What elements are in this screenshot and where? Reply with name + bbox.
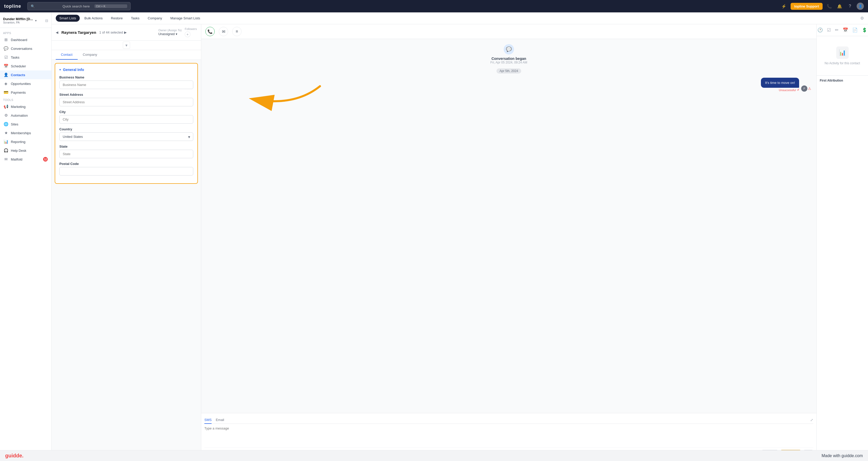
- conversation-date-badge: Apr 5th, 2024: [496, 68, 521, 73]
- compose-tab-email[interactable]: Email: [216, 416, 224, 424]
- phone-call-icon[interactable]: 📞: [206, 27, 215, 36]
- support-button[interactable]: topline Support: [790, 3, 823, 10]
- conversation-icons-bar: 📞 ✉ ≡: [201, 24, 816, 39]
- company-tab[interactable]: Company: [144, 15, 166, 22]
- panel-collapse-button[interactable]: ▾: [123, 41, 130, 49]
- add-follower-button[interactable]: +: [185, 31, 190, 37]
- state-group: State: [59, 145, 193, 158]
- opportunities-icon: ◈: [4, 81, 8, 86]
- user-avatar[interactable]: 👤: [857, 3, 864, 10]
- checklist-icon[interactable]: ☑: [827, 27, 831, 33]
- postal-code-input[interactable]: [59, 167, 193, 176]
- global-search[interactable]: 🔍 Quick search here Ctrl + K: [27, 2, 130, 10]
- sidebar-collapse-button[interactable]: ⊟: [45, 19, 48, 23]
- sidebar-item-tasks[interactable]: ☑ Tasks: [0, 53, 51, 62]
- compose-message-input[interactable]: [204, 426, 813, 444]
- retry-icon[interactable]: ↺: [797, 88, 799, 92]
- contact-next-button[interactable]: ▶: [124, 30, 127, 34]
- country-label: Country: [59, 127, 193, 131]
- memberships-icon: ★: [4, 131, 8, 135]
- filter-icon[interactable]: ≡: [232, 27, 242, 36]
- message-status: Unsuccessful ↺: [779, 88, 799, 92]
- file-icon[interactable]: 📄: [852, 27, 858, 33]
- sidebar-item-label: Marketing: [11, 105, 26, 109]
- sidebar-item-marketing[interactable]: 📢 Marketing: [0, 102, 51, 111]
- compose-expand-icon[interactable]: ⤢: [810, 418, 813, 422]
- tab-company[interactable]: Company: [78, 50, 102, 60]
- message-content: It's time to move on! Unsuccessful ↺: [761, 78, 799, 92]
- sites-icon: 🌐: [4, 122, 8, 126]
- city-label: City: [59, 110, 193, 114]
- history-icon[interactable]: 🕐: [817, 27, 823, 33]
- postal-code-label: Postal Code: [59, 162, 193, 166]
- sidebar-item-mailfold[interactable]: ✉ Mailfold 12: [0, 155, 51, 164]
- search-placeholder: Quick search here: [62, 4, 92, 8]
- conversations-icon: 💬: [4, 46, 8, 51]
- search-icon: 🔍: [31, 4, 60, 8]
- sidebar-item-dashboard[interactable]: ⊞ Dashboard: [0, 35, 51, 44]
- postal-code-group: Postal Code: [59, 162, 193, 176]
- sidebar-item-label: Help Desk: [11, 149, 26, 153]
- owner-value: Unassigned: [158, 32, 175, 36]
- workspace-selector[interactable]: Dunder Mifflin [D... Scranton, PA ▾ ⊟: [0, 16, 51, 28]
- edit-icon[interactable]: ✏: [835, 27, 839, 33]
- payments-icon: 💳: [4, 90, 8, 95]
- sidebar-item-conversations[interactable]: 💬 Conversations: [0, 44, 51, 53]
- business-name-input[interactable]: [59, 81, 193, 89]
- country-group: Country United States Canada United King…: [59, 127, 193, 141]
- settings-gear-icon[interactable]: ⚙: [860, 16, 864, 21]
- contact-name: Raynera Targaryen: [61, 30, 96, 35]
- marketing-icon: 📢: [4, 104, 8, 109]
- tools-section-label: Tools: [0, 97, 51, 102]
- phone-icon[interactable]: 📞: [826, 3, 833, 10]
- sidebar-item-payments[interactable]: 💳 Payments: [0, 88, 51, 97]
- owner-select-button[interactable]: Unassigned ▾: [158, 32, 177, 36]
- help-icon[interactable]: ?: [846, 3, 854, 10]
- mailfold-icon: ✉: [4, 157, 8, 161]
- sidebar-item-reporting[interactable]: 📊 Reporting: [0, 137, 51, 146]
- dollar-sign-icon[interactable]: 💲: [862, 27, 867, 33]
- manage-smart-lists-tab[interactable]: Manage Smart Lists: [167, 15, 204, 22]
- main-layout: Dunder Mifflin [D... Scranton, PA ▾ ⊟ Ap…: [0, 12, 868, 461]
- bulk-actions-tab[interactable]: Bulk Actions: [81, 15, 106, 22]
- email-icon[interactable]: ✉: [219, 27, 228, 36]
- tasks-tab[interactable]: Tasks: [127, 15, 143, 22]
- sidebar-item-scheduler[interactable]: 📅 Scheduler: [0, 62, 51, 70]
- lightning-icon[interactable]: ⚡: [780, 3, 787, 10]
- workspace-name: Dunder Mifflin [D...: [3, 17, 33, 21]
- sidebar-item-helpdesk[interactable]: 🎧 Help Desk: [0, 146, 51, 155]
- selected-count: 1 of 44 selected: [99, 30, 123, 34]
- sidebar-item-label: Payments: [11, 91, 26, 94]
- tab-contact[interactable]: Contact: [56, 50, 78, 60]
- calendar-icon[interactable]: 📅: [843, 27, 848, 33]
- street-address-group: Street Address: [59, 93, 193, 106]
- general-info-title: General Info: [63, 68, 84, 72]
- sidebar-item-label: Dashboard: [11, 38, 27, 42]
- first-attribution-section: First Attribution: [817, 75, 868, 87]
- smart-lists-tab[interactable]: Smart Lists: [56, 15, 80, 22]
- automation-icon: ⚙: [4, 113, 8, 118]
- right-panel-icons-bar: 🕐 ☑ ✏ 📅 📄 💲: [817, 24, 868, 36]
- sidebar-item-sites[interactable]: 🌐 Sites: [0, 120, 51, 128]
- sidebar-item-label: Tasks: [11, 56, 19, 59]
- state-input[interactable]: [59, 150, 193, 158]
- contact-prev-button[interactable]: ◀: [56, 30, 58, 34]
- conversation-begin-icon: 💬: [504, 44, 514, 55]
- sidebar-item-contacts[interactable]: 👤 Contacts: [0, 70, 51, 79]
- sidebar-item-opportunities[interactable]: ◈ Opportunities: [0, 79, 51, 88]
- compose-tabs: SMS Email ⤢: [204, 416, 813, 424]
- warning-icon: ⚠: [808, 87, 811, 91]
- sidebar-item-memberships[interactable]: ★ Memberships: [0, 128, 51, 137]
- sidebar-item-automation[interactable]: ⚙ Automation: [0, 111, 51, 120]
- city-input[interactable]: [59, 115, 193, 124]
- compose-tab-sms[interactable]: SMS: [204, 416, 212, 424]
- bell-icon[interactable]: 🔔: [836, 3, 843, 10]
- country-select[interactable]: United States Canada United Kingdom: [59, 132, 193, 141]
- general-info-card: ▾ General Info Business Name Street Addr…: [55, 63, 198, 184]
- street-address-input[interactable]: [59, 98, 193, 106]
- restore-tab[interactable]: Restore: [107, 15, 126, 22]
- right-icons-row: 🕐 ☑ ✏ 📅 📄 💲: [817, 27, 867, 33]
- top-nav-right: ⚡ topline Support 📞 🔔 ? 👤: [780, 3, 864, 10]
- reporting-icon: 📊: [4, 140, 8, 144]
- guidde-logo: guidde.: [5, 453, 24, 459]
